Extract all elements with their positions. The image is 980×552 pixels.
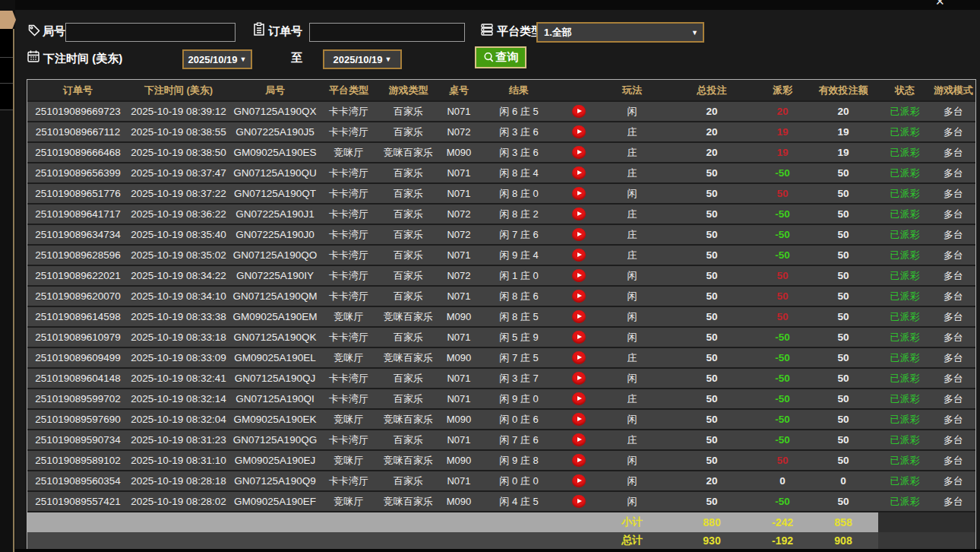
cell-replay — [561, 368, 597, 389]
play-icon[interactable] — [572, 495, 586, 508]
cell-status: 已派彩 — [878, 122, 931, 142]
date-to-select[interactable]: 2025/10/19 ▼ — [323, 49, 402, 69]
order-input[interactable] — [309, 23, 465, 42]
close-icon[interactable]: ✕ — [935, 0, 945, 8]
cell-order-number: 251019089599702 — [27, 389, 128, 409]
sidebar-item[interactable] — [0, 84, 13, 110]
play-icon[interactable] — [572, 351, 586, 364]
cell-total-bet: 50 — [667, 491, 757, 512]
cell-bet-time: 2025-10-19 08:35:02 — [128, 245, 229, 265]
table-row: 251019089634734 2025-10-19 08:35:40 GN07… — [27, 224, 975, 245]
cell-table-number: M090 — [441, 409, 477, 430]
cell-table-number: M090 — [441, 306, 477, 327]
cell-total-bet: 20 — [667, 471, 757, 491]
cell-round-number: GN07125A190QU — [229, 163, 321, 183]
cell-game-mode: 多台 — [931, 327, 975, 347]
cell-payout: 50 — [757, 450, 808, 471]
cell-total-bet: 50 — [667, 183, 757, 204]
cell-result: 闲 9 庄 0 — [477, 389, 561, 409]
play-icon[interactable] — [572, 290, 586, 303]
cell-total-bet: 50 — [667, 347, 757, 368]
col-header-payout: 派彩 — [757, 80, 808, 101]
play-icon[interactable] — [572, 146, 586, 159]
cell-payout: -50 — [757, 204, 808, 224]
table-row: 251019089589102 2025-10-19 08:31:10 GM09… — [27, 450, 975, 471]
play-icon[interactable] — [572, 474, 586, 487]
date-from-select[interactable]: 2025/10/19 ▼ — [182, 49, 252, 69]
cell-play-type: 闲 — [597, 368, 667, 389]
col-header-order: 订单号 — [27, 80, 128, 101]
cell-table-number: N072 — [441, 204, 477, 224]
play-icon[interactable] — [572, 125, 586, 138]
play-icon[interactable] — [572, 105, 586, 118]
cell-valid-bet: 50 — [808, 409, 878, 430]
play-icon[interactable] — [572, 249, 586, 262]
table-row: 251019089656399 2025-10-19 08:37:47 GN07… — [27, 163, 975, 183]
play-icon[interactable] — [572, 392, 586, 405]
play-icon[interactable] — [572, 454, 586, 467]
cell-total-bet: 50 — [667, 327, 757, 347]
cell-play-type: 闲 — [597, 306, 667, 327]
cell-table-number: N071 — [441, 163, 477, 183]
cell-table-number: N072 — [441, 265, 477, 286]
cell-play-type: 庄 — [597, 224, 667, 245]
play-icon[interactable] — [572, 310, 586, 323]
cell-play-type: 庄 — [597, 245, 667, 265]
cell-platform: 竞咪厅 — [321, 347, 376, 368]
cell-valid-bet: 50 — [808, 306, 878, 327]
cell-round-number: GN07125A190QM — [229, 286, 321, 306]
sidebar-item[interactable] — [0, 58, 13, 84]
cell-payout: 19 — [757, 142, 808, 163]
cell-game-mode: 多台 — [931, 471, 975, 491]
col-header-replay — [561, 80, 597, 101]
bet-time-label: 下注时间 (美东) — [43, 52, 122, 66]
query-button[interactable]: 查询 — [475, 46, 526, 68]
cell-payout: -50 — [757, 409, 808, 430]
cell-game-type: 百家乐 — [376, 183, 441, 204]
cell-status: 已派彩 — [878, 491, 931, 512]
play-icon[interactable] — [572, 228, 586, 241]
cell-status: 已派彩 — [878, 245, 931, 265]
cell-valid-bet: 0 — [808, 471, 878, 491]
sidebar-item[interactable] — [0, 29, 13, 58]
cell-result: 闲 0 庄 6 — [477, 409, 561, 430]
tag-icon — [27, 24, 41, 37]
cell-bet-time: 2025-10-19 08:31:10 — [128, 450, 229, 471]
cell-valid-bet: 50 — [808, 389, 878, 409]
cell-status: 已派彩 — [878, 327, 931, 347]
cell-round-number: GM09025A190EM — [229, 306, 321, 327]
cell-payout: 50 — [757, 286, 808, 306]
cell-result: 闲 7 庄 6 — [477, 224, 561, 245]
cell-platform: 卡卡湾厅 — [321, 430, 376, 450]
cell-game-type: 百家乐 — [376, 471, 441, 491]
filter-panel: 局号 订单号 平台类型 1.全部 ▼ 下注时间 (美东) — [15, 10, 980, 79]
table-row: 251019089609499 2025-10-19 08:33:09 GM09… — [27, 347, 975, 368]
cell-platform: 卡卡湾厅 — [321, 122, 376, 142]
play-icon[interactable] — [572, 187, 586, 200]
cell-order-number: 251019089634734 — [27, 224, 128, 245]
play-icon[interactable] — [572, 413, 586, 426]
cell-platform: 卡卡湾厅 — [321, 327, 376, 347]
round-label: 局号 — [43, 24, 65, 39]
cell-replay — [561, 224, 597, 245]
cell-valid-bet: 50 — [808, 450, 878, 471]
platform-select[interactable]: 1.全部 ▼ — [536, 22, 704, 43]
cell-game-mode: 多台 — [931, 450, 975, 471]
table-header-row: 订单号 下注时间 (美东) 局号 平台类型 游戏类型 桌号 结果 玩法 总投注 … — [27, 80, 975, 101]
play-icon[interactable] — [572, 167, 586, 179]
cell-platform: 卡卡湾厅 — [321, 286, 376, 306]
play-icon[interactable] — [572, 331, 586, 344]
play-icon[interactable] — [572, 269, 586, 282]
play-icon[interactable] — [572, 208, 586, 220]
round-input[interactable] — [65, 23, 236, 42]
cell-platform: 竞咪厅 — [321, 409, 376, 430]
cell-replay — [561, 286, 597, 306]
play-icon[interactable] — [572, 433, 586, 446]
cell-replay — [561, 389, 597, 409]
cell-order-number: 251019089620070 — [27, 286, 128, 306]
subtotal-tail — [878, 512, 975, 532]
play-icon[interactable] — [572, 372, 586, 385]
cell-play-type: 闲 — [597, 183, 667, 204]
cell-status: 已派彩 — [878, 389, 931, 409]
col-header-result: 结果 — [477, 80, 561, 101]
